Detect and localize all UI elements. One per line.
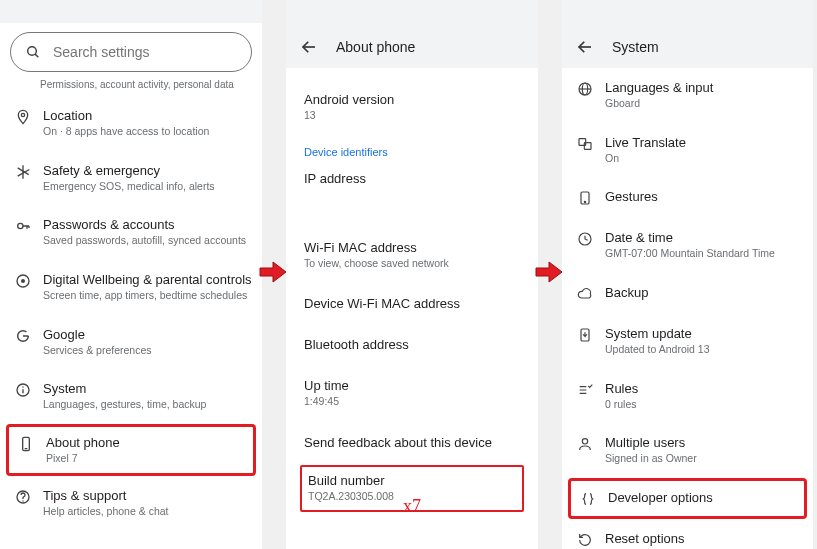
search-input[interactable] xyxy=(53,44,237,60)
settings-item-safety[interactable]: Safety & emergency Emergency SOS, medica… xyxy=(0,151,262,206)
item-subtitle: GMT-07:00 Mountain Standard Time xyxy=(605,247,803,261)
svg-point-12 xyxy=(22,501,23,502)
settings-item-about-phone[interactable]: About phone Pixel 7 xyxy=(9,427,253,474)
item-send-feedback[interactable]: Send feedback about this device xyxy=(286,422,538,463)
system-item-rules[interactable]: Rules 0 rules xyxy=(562,369,813,424)
status-bar-area xyxy=(0,0,262,23)
arrow-icon xyxy=(535,260,561,282)
back-icon[interactable] xyxy=(300,38,318,56)
header-title: System xyxy=(612,39,659,55)
item-title: Passwords & accounts xyxy=(43,217,252,232)
item-wifi-mac[interactable]: Wi-Fi MAC address To view, choose saved … xyxy=(286,227,538,284)
key-icon xyxy=(15,217,43,234)
item-android-version[interactable]: Android version 13 xyxy=(286,68,538,136)
svg-point-5 xyxy=(21,279,25,283)
item-title: Live Translate xyxy=(605,135,803,150)
svg-point-24 xyxy=(582,439,587,444)
item-title: System xyxy=(43,381,252,396)
item-ip-address[interactable]: IP address xyxy=(286,158,538,199)
item-subtitle: Pixel 7 xyxy=(46,452,247,466)
settings-item-wellbeing[interactable]: Digital Wellbeing & parental controls Sc… xyxy=(0,260,262,315)
item-title: Languages & input xyxy=(605,80,803,95)
svg-point-8 xyxy=(22,387,23,388)
gestures-icon xyxy=(577,189,605,206)
item-title: Bluetooth address xyxy=(304,337,520,352)
google-icon xyxy=(15,327,43,344)
item-title: Android version xyxy=(304,92,520,107)
item-subtitle: 0 rules xyxy=(605,398,803,412)
svg-line-1 xyxy=(35,54,38,57)
arrow-icon xyxy=(259,260,285,282)
settings-item-system[interactable]: System Languages, gestures, time, backup xyxy=(0,369,262,424)
header-area: About phone xyxy=(286,0,538,68)
item-title: Multiple users xyxy=(605,435,803,450)
item-title: Safety & emergency xyxy=(43,163,252,178)
highlight-about-phone: About phone Pixel 7 xyxy=(6,424,256,477)
clock-icon xyxy=(577,230,605,247)
translate-icon xyxy=(577,135,605,152)
item-title: Up time xyxy=(304,378,520,393)
wellbeing-icon xyxy=(15,272,43,289)
item-subtitle: To view, choose saved network xyxy=(304,257,520,271)
section-device-identifiers: Device identifiers xyxy=(286,136,538,158)
location-icon xyxy=(15,108,43,125)
system-item-multiple-users[interactable]: Multiple users Signed in as Owner xyxy=(562,423,813,478)
item-subtitle: Updated to Android 13 xyxy=(605,343,803,357)
system-item-backup[interactable]: Backup xyxy=(562,273,813,314)
item-subtitle: 1:49:45 xyxy=(304,395,520,409)
back-icon[interactable] xyxy=(576,38,594,56)
search-icon xyxy=(25,44,41,60)
item-subtitle: Emergency SOS, medical info, alerts xyxy=(43,180,252,194)
globe-icon xyxy=(577,80,605,97)
update-icon xyxy=(577,326,605,343)
cloud-icon xyxy=(577,285,605,302)
svg-point-21 xyxy=(584,202,585,203)
item-subtitle: Saved passwords, autofill, synced accoun… xyxy=(43,234,252,248)
item-title: System update xyxy=(605,326,803,341)
search-bar[interactable] xyxy=(10,32,252,72)
braces-icon xyxy=(580,490,608,507)
svg-point-0 xyxy=(28,47,37,56)
item-subtitle: 13 xyxy=(304,109,520,123)
item-title: Wi-Fi MAC address xyxy=(304,240,520,255)
settings-item-location[interactable]: Location On · 8 apps have access to loca… xyxy=(0,96,262,151)
system-item-developer-options[interactable]: Developer options xyxy=(571,481,804,516)
settings-item-tips[interactable]: Tips & support Help articles, phone & ch… xyxy=(0,476,262,531)
item-subtitle: On xyxy=(605,152,803,166)
system-item-gestures[interactable]: Gestures xyxy=(562,177,813,218)
system-item-reset-options[interactable]: Reset options xyxy=(562,519,813,549)
item-title: IP address xyxy=(304,171,520,186)
system-item-system-update[interactable]: System update Updated to Android 13 xyxy=(562,314,813,369)
system-item-date-time[interactable]: Date & time GMT-07:00 Mountain Standard … xyxy=(562,218,813,273)
item-title: Digital Wellbeing & parental controls xyxy=(43,272,252,287)
item-title: Rules xyxy=(605,381,803,396)
item-uptime[interactable]: Up time 1:49:45 xyxy=(286,365,538,422)
system-item-live-translate[interactable]: Live Translate On xyxy=(562,123,813,178)
settings-item-passwords[interactable]: Passwords & accounts Saved passwords, au… xyxy=(0,205,262,260)
item-title: Tips & support xyxy=(43,488,252,503)
asterisk-icon xyxy=(15,163,43,180)
settings-item-google[interactable]: Google Services & preferences xyxy=(0,315,262,370)
phone-icon xyxy=(18,435,46,452)
item-subtitle: Screen time, app timers, bedtime schedul… xyxy=(43,289,252,303)
item-subtitle: Services & preferences xyxy=(43,344,252,358)
item-title: Gestures xyxy=(605,189,803,204)
svg-point-3 xyxy=(18,224,23,229)
system-item-languages[interactable]: Languages & input Gboard xyxy=(562,68,813,123)
item-title: Location xyxy=(43,108,252,123)
tip-icon xyxy=(15,488,43,505)
item-bluetooth-address[interactable]: Bluetooth address xyxy=(286,324,538,365)
item-title: About phone xyxy=(46,435,247,450)
item-device-wifi-mac[interactable]: Device Wi-Fi MAC address xyxy=(286,283,538,324)
rules-icon xyxy=(577,381,605,398)
x7-annotation: x7 xyxy=(403,496,421,517)
users-icon xyxy=(577,435,605,452)
item-subtitle: On · 8 apps have access to location xyxy=(43,125,252,139)
reset-icon xyxy=(577,531,605,548)
system-panel: System Languages & input Gboard Live Tra… xyxy=(562,0,813,549)
item-subtitle: Gboard xyxy=(605,97,803,111)
item-subtitle: Languages, gestures, time, backup xyxy=(43,398,252,412)
item-title[interactable]: Build number xyxy=(308,473,516,488)
item-title: Date & time xyxy=(605,230,803,245)
header-area: System xyxy=(562,0,813,68)
